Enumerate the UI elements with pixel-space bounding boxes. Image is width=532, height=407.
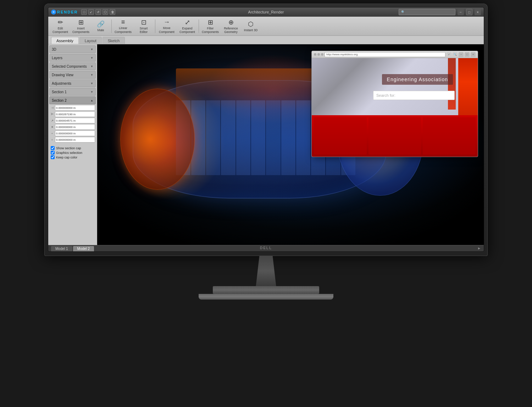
checkbox-graphics-input[interactable] (51, 151, 55, 155)
browser-maximize-btn[interactable]: □ (465, 52, 470, 57)
stand-neck (253, 256, 279, 286)
checkbox-graphics-label: Graphics selection (56, 151, 82, 155)
move-label: MoveComponent (159, 26, 174, 33)
filter-label: FilterComponents (202, 27, 219, 34)
tool-smart[interactable]: ⊡ SmartEditor (134, 18, 154, 35)
browser-url-bar[interactable]: http://www.myskbbcs.org (325, 52, 445, 57)
move-icon: → (164, 18, 170, 26)
drawing-view-arrow: ▼ (90, 73, 93, 77)
section2-label: Section 2 (52, 99, 67, 102)
browser-search-icon[interactable]: 🔍 (453, 52, 458, 57)
dropdown-layers[interactable]: Layers ▼ (49, 54, 96, 62)
rib-9 (296, 100, 310, 175)
tool-filter[interactable]: ⊞ FilterComponents (200, 18, 220, 35)
input-field-5[interactable] (55, 130, 95, 136)
input-field-2[interactable] (55, 111, 95, 117)
bottom-tab-model1[interactable]: Model 1 (51, 246, 72, 252)
stand-base-top (213, 286, 319, 294)
filter-icon: ⊞ (208, 18, 213, 26)
red-panel-2 (368, 117, 421, 155)
tool-insert-components[interactable]: ⊞ InsertComponents (71, 18, 91, 35)
expand-label: ExpandComponent (179, 27, 195, 34)
section1-arrow: ▼ (90, 90, 93, 94)
input-field-3[interactable] (55, 118, 95, 123)
input-field-6[interactable] (55, 137, 95, 143)
dropdown-3d[interactable]: 3D ▼ (49, 45, 96, 53)
maximize-button[interactable]: □ (466, 9, 472, 15)
rib-8 (281, 100, 295, 175)
title-bar-right: 🔍 − □ × (399, 9, 481, 15)
section2-header[interactable]: Section 2 ▲ (49, 96, 96, 104)
dropdown-adjustments[interactable]: Adjustments ▼ (49, 79, 96, 87)
adjustments-label: Adjustments (52, 82, 71, 85)
checkbox-cap-color-label: Keep cap color (56, 156, 77, 159)
tab-assembly[interactable]: Assembly (51, 37, 79, 44)
input-row-2: ⊢ (49, 111, 96, 117)
input-icon-4: ✕ (50, 126, 54, 129)
rib-6 (251, 100, 265, 175)
browser-red-bottom (312, 115, 478, 157)
browser-search-field-container: Search for: (373, 91, 455, 100)
rib-3 (206, 100, 220, 175)
tool-instant3d[interactable]: ⬡ Instant 3D (242, 18, 260, 35)
smart-label: SmartEditor (140, 27, 148, 34)
dropdown-3d-label: 3D (52, 48, 56, 51)
selected-components-arrow: ▼ (90, 65, 93, 68)
dropdown-drawing-view[interactable]: Drawing View ▼ (49, 71, 96, 79)
tool-move[interactable]: → MoveComponent (157, 18, 177, 35)
tb-icon-2[interactable]: ↙ (88, 9, 94, 15)
input-row-4: ✕ (49, 124, 96, 130)
tool-edit-component[interactable]: ✏ EditComponent (50, 18, 70, 35)
edit-component-label: EditComponent (52, 27, 68, 34)
input-icon-1: ⊣ (50, 106, 54, 110)
browser-content: Engineering Association Search for: (312, 58, 478, 157)
rib-7 (266, 100, 280, 175)
tab-sketch[interactable]: Sketch (102, 37, 125, 44)
search-box[interactable]: 🔍 (399, 9, 455, 15)
input-row-1: ⊣ (49, 105, 96, 111)
browser-dot-2 (317, 53, 320, 56)
toolbar-sep-1 (111, 19, 112, 33)
section1-label: Section 1 (52, 90, 67, 94)
toolbar-sep-3 (199, 19, 199, 33)
dropdown-3d-arrow: ▼ (90, 48, 93, 51)
dell-logo: DELL (260, 246, 272, 250)
viewport[interactable]: http://www.myskbbcs.org ✓ 🔍 − □ × (97, 44, 484, 245)
input-icon-5: ÷ (50, 132, 54, 135)
minimize-button[interactable]: − (458, 9, 464, 15)
logo-circle: ⊙ (51, 10, 56, 15)
dropdown-selected-components[interactable]: Selected Components ▼ (49, 62, 96, 70)
tab-layout[interactable]: Layout (79, 37, 102, 44)
tool-reference[interactable]: ⊕ ReferenceGeometry (221, 18, 241, 35)
bottom-tab-model2[interactable]: Model 2 (73, 246, 94, 252)
checkbox-show-section-cap: Show section cap (49, 146, 96, 150)
tb-icon-3[interactable]: ↺ (95, 9, 101, 15)
screen: ⊙ RENDER □ ↙ ↺ ⬡ 🗑 Architecture_Render 🔍 (48, 7, 484, 252)
browser-close-btn[interactable]: × (471, 52, 476, 57)
browser-search-placeholder: Search for: (376, 93, 395, 97)
rib-5 (236, 100, 250, 175)
toolbar: ✏ EditComponent ⊞ InsertComponents 🔗 Mat… (48, 17, 484, 36)
input-field-4[interactable] (55, 124, 95, 130)
tool-mate[interactable]: 🔗 Mate (92, 18, 110, 35)
scroll-right-indicator: ▶ (478, 247, 480, 250)
tabs-bar: Assembly Layout Sketch (48, 36, 484, 44)
tb-icon-1[interactable]: □ (81, 9, 87, 15)
checkbox-cap-color-input[interactable] (51, 155, 55, 159)
linear-icon: ≡ (121, 18, 125, 26)
checkbox-section-cap-input[interactable] (51, 146, 55, 150)
dropdown-section1[interactable]: Section 1 ▼ (49, 88, 96, 96)
close-button[interactable]: × (475, 9, 481, 15)
expand-icon: ⤢ (185, 18, 190, 26)
browser-overlay[interactable]: http://www.myskbbcs.org ✓ 🔍 − □ × (311, 51, 478, 157)
rib-4 (221, 100, 235, 175)
tool-linear[interactable]: ≡ LinearComponents (113, 18, 133, 35)
input-row-6: ÷ (49, 137, 96, 143)
main-content: 3D ▼ Layers ▼ Selected Components ▼ Draw… (48, 44, 484, 245)
tb-icon-5[interactable]: 🗑 (110, 9, 115, 15)
browser-minimize-btn[interactable]: − (459, 52, 464, 57)
tool-expand[interactable]: ⤢ ExpandComponent (177, 18, 197, 35)
monitor-stand (199, 256, 333, 300)
tb-icon-4[interactable]: ⬡ (102, 9, 108, 15)
input-field-1[interactable] (55, 105, 95, 111)
